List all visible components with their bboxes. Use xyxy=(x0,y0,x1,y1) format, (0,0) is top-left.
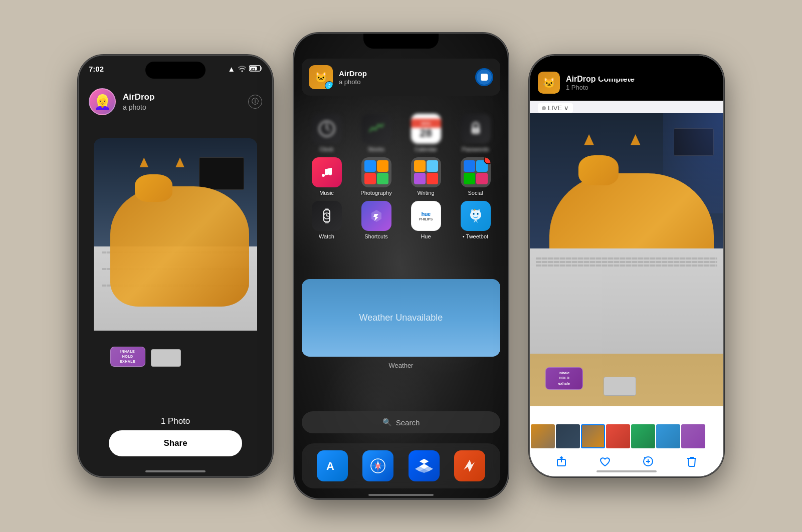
app-watch[interactable]: Watch xyxy=(308,201,345,239)
weather-unavailable-text: Weather Unavailable xyxy=(359,313,443,323)
thumbnail-strip xyxy=(530,424,723,450)
notif-app-name: AirDrop xyxy=(339,69,469,78)
notif-description: a photo xyxy=(339,78,469,86)
dynamic-island-1 xyxy=(145,62,206,79)
app-music-label: Music xyxy=(319,190,334,196)
dock-safari[interactable] xyxy=(362,450,393,481)
live-badge[interactable]: LIVE ∨ xyxy=(538,103,573,113)
wifi-icon xyxy=(238,65,246,73)
phone-3-photo: inhaleHOLDexhale xyxy=(530,113,723,414)
live-dot xyxy=(542,106,546,110)
phone-1: 7:02 ▲ 62 xyxy=(78,55,273,477)
dock-dropbox[interactable] xyxy=(409,450,440,481)
home-indicator-3 xyxy=(596,470,657,472)
tweetbot-icon xyxy=(461,201,491,231)
home-indicator-2 xyxy=(368,494,434,496)
search-bar[interactable]: 🔍 Search xyxy=(302,411,500,433)
app-social[interactable]: Social xyxy=(457,157,494,196)
airdrop-subtitle: a photo xyxy=(123,103,154,111)
thumb-4[interactable] xyxy=(606,424,630,448)
app-passwords[interactable]: Passwords xyxy=(457,114,494,152)
thumb-3[interactable] xyxy=(581,424,605,448)
passwords-icon xyxy=(461,114,491,144)
calendar-icon: MON 28 xyxy=(411,114,441,144)
thumb-1[interactable] xyxy=(531,424,555,448)
dynamic-island-3 xyxy=(596,62,657,79)
dock-appstore[interactable]: A xyxy=(317,450,348,481)
thumb-7[interactable] xyxy=(681,424,705,448)
airdrop-title: AirDrop xyxy=(123,92,154,102)
thumb-2[interactable] xyxy=(556,424,580,448)
dock: A xyxy=(302,443,500,488)
phone-2: 🐱 AirDrop a photo xyxy=(293,33,509,499)
photo-actions xyxy=(530,450,723,472)
airdrop-complete-count: 1 Photo xyxy=(566,84,715,91)
apps-row-2: Music Photography xyxy=(302,157,500,196)
apps-row-3: Watch Shortcuts hue xyxy=(302,201,500,239)
app-stocks-label: Stocks xyxy=(368,146,384,152)
app-calendar-label: Calendar xyxy=(415,146,437,152)
live-chevron: ∨ xyxy=(564,104,569,112)
phone-3-cat-scene: inhaleHOLDexhale xyxy=(530,113,723,414)
apps-row-1: Clock Stocks MON 28 xyxy=(302,114,500,152)
airdrop-notification-banner[interactable]: 🐱 AirDrop a photo xyxy=(302,59,500,96)
avatar: 👱‍♀️ xyxy=(89,88,116,115)
monitor xyxy=(199,157,244,190)
info-button[interactable]: ⓘ xyxy=(248,95,262,109)
app-photography-label: Photography xyxy=(360,190,391,196)
app-tweetbot[interactable]: • Tweetbot xyxy=(457,201,494,239)
app-passwords-label: Passwords xyxy=(462,146,489,152)
svg-line-14 xyxy=(327,216,328,216)
cat-body xyxy=(110,186,249,307)
airdrop-badge-icon xyxy=(325,81,333,89)
social-icon xyxy=(461,157,491,187)
dock-spark[interactable] xyxy=(454,450,485,481)
phone-1-screen: 7:02 ▲ 62 xyxy=(79,56,272,476)
inhale-exhale-sticker: inhaleHOLDexhale xyxy=(110,347,145,367)
svg-text:62: 62 xyxy=(251,68,255,71)
phone-3: 🐱 AirDrop Complete 1 Photo LIVE ∨ xyxy=(529,55,724,477)
svg-rect-24 xyxy=(478,209,480,212)
stocks-icon xyxy=(361,114,391,144)
app-hue[interactable]: hue PHILIPS Hue xyxy=(408,201,445,239)
app-photography[interactable]: Photography xyxy=(358,157,395,196)
app-writing[interactable]: Writing xyxy=(408,157,445,196)
svg-rect-1 xyxy=(261,67,263,70)
app-writing-label: Writing xyxy=(417,190,434,196)
notif-stop-button[interactable] xyxy=(475,68,493,86)
phone-3-bottom-bar xyxy=(530,406,723,476)
sender-info: AirDrop a photo xyxy=(123,92,154,111)
app-music[interactable]: Music xyxy=(308,157,345,196)
app-clock[interactable]: Clock xyxy=(308,114,345,152)
status-time: 7:02 xyxy=(89,65,104,73)
app-calendar[interactable]: MON 28 Calendar xyxy=(408,114,445,152)
share-button[interactable]: Share xyxy=(109,430,242,456)
search-label: Search xyxy=(396,418,420,427)
weather-widget[interactable]: Weather Unavailable Weather xyxy=(302,279,500,357)
thumb-5[interactable] xyxy=(631,424,655,448)
status-icons: ▲ 62 xyxy=(228,65,262,73)
cat-scene: inhaleHOLDexhale xyxy=(94,138,257,379)
app-social-label: Social xyxy=(468,190,483,196)
search-icon: 🔍 xyxy=(382,418,392,427)
thumb-6[interactable] xyxy=(656,424,680,448)
app-stocks[interactable]: Stocks xyxy=(358,114,395,152)
svg-rect-23 xyxy=(471,209,473,212)
delete-action-icon[interactable] xyxy=(686,455,698,467)
cat-head xyxy=(135,174,172,202)
stop-icon xyxy=(481,74,488,81)
share-action-icon[interactable] xyxy=(555,455,567,467)
app-watch-label: Watch xyxy=(319,233,334,239)
notif-text: AirDrop a photo xyxy=(339,69,469,86)
hue-icon: hue PHILIPS xyxy=(411,201,441,231)
apps-grid: Clock Stocks MON 28 xyxy=(302,114,500,244)
notch xyxy=(363,34,439,49)
heart-action-icon[interactable] xyxy=(599,455,611,467)
photography-icon xyxy=(361,157,391,187)
watch-icon xyxy=(312,201,342,231)
app-shortcuts[interactable]: Shortcuts xyxy=(358,201,395,239)
writing-icon xyxy=(411,157,441,187)
app-shortcuts-label: Shortcuts xyxy=(364,233,387,239)
add-photo-action-icon[interactable] xyxy=(642,455,654,467)
svg-rect-15 xyxy=(325,208,329,210)
